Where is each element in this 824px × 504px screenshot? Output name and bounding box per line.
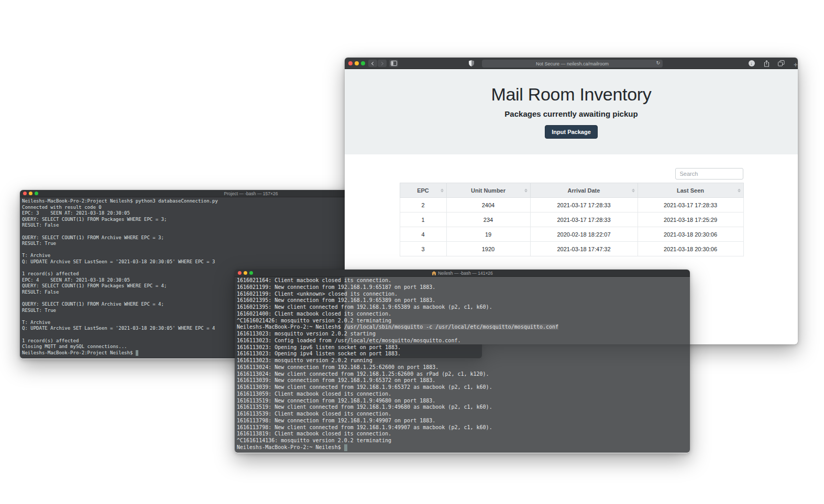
table-header-label: Unit Number	[471, 187, 506, 194]
shield-icon	[469, 60, 474, 66]
table-body: 2 2404 2021-03-17 17:28:33 2021-03-17 17…	[400, 198, 743, 256]
window-controls	[238, 271, 253, 275]
sort-arrows-icon	[524, 188, 528, 192]
terminal-line: 1616021395: New client connected from 19…	[237, 304, 690, 311]
terminal-cursor	[136, 350, 139, 356]
table-header[interactable]: Arrival Date	[530, 183, 638, 198]
share-button[interactable]	[762, 60, 771, 67]
new-tab-icon[interactable]: +	[794, 61, 798, 69]
table-header-label: Last Seen	[677, 187, 704, 194]
cell-epc: 1	[400, 212, 446, 227]
back-icon	[371, 61, 375, 65]
close-button[interactable]	[23, 192, 27, 195]
table-row: 3 1920 2021-03-18 17:47:32 2021-03-18 20…	[400, 242, 743, 256]
tab-overview-icon	[778, 60, 785, 66]
sort-arrows-icon	[632, 188, 635, 192]
terminal-line: 1616021400: Client macbook closed its co…	[237, 311, 690, 318]
sidebar-icon	[391, 61, 397, 66]
safari-toolbar[interactable]: Not Secure — neilesh.ca/mailroom ↻ ↓ +	[345, 58, 798, 69]
sidebar-button[interactable]	[389, 60, 398, 67]
input-package-button[interactable]: Input Package	[545, 125, 598, 139]
zoom-button[interactable]	[249, 271, 253, 275]
window-controls	[23, 192, 38, 195]
page-title: Mail Room Inventory	[345, 84, 798, 105]
sort-arrows-icon	[441, 188, 444, 192]
cell-arrival-date: 2020-02-18 18:22:07	[530, 227, 638, 242]
terminal2-title: Neilesh — -bash — 141×26	[235, 271, 690, 276]
table-row: 4 19 2020-02-18 18:22:07 2021-03-18 20:3…	[400, 227, 743, 242]
window-controls	[348, 61, 365, 65]
table-row: 2 2404 2021-03-17 17:28:33 2021-03-17 17…	[400, 198, 743, 212]
terminal-line: 1616021199: Client <unknown> closed its …	[237, 291, 690, 298]
terminal-line: 1616113519: New client connected from 19…	[237, 404, 690, 411]
reload-icon[interactable]: ↻	[656, 60, 660, 65]
cell-arrival-date: 2021-03-17 17:28:33	[530, 198, 638, 212]
cell-last-seen: 2021-03-18 20:30:06	[638, 242, 743, 256]
cell-last-seen: 2021-03-18 20:30:06	[638, 227, 743, 242]
terminal-line: 1616113023: Config loaded from /usr/loca…	[237, 338, 690, 344]
close-button[interactable]	[348, 61, 353, 65]
table-header[interactable]: Last Seen	[638, 183, 743, 198]
cell-last-seen: 2021-03-17 17:28:33	[638, 198, 743, 212]
selected-text: /usr/local/sbin/mosquitto -c /usr/local/…	[344, 324, 558, 330]
terminal-line: ^C1616021426: mosquitto version 2.0.2 te…	[237, 318, 690, 324]
table-header[interactable]: EPC	[400, 183, 446, 198]
packages-table: EPC Unit Number Arrival Date	[400, 183, 744, 256]
terminal2-output[interactable]: 1616021164: Client macbook closed its co…	[235, 277, 690, 453]
terminal-line: 1616113023: mosquitto version 2.0.2 runn…	[237, 357, 690, 364]
tab-overview-button[interactable]	[777, 60, 786, 67]
cell-unit-number: 234	[446, 212, 530, 227]
page-subtitle: Packages currently awaiting pickup	[345, 109, 798, 118]
terminal-line: 1616113039: New client connected from 19…	[237, 384, 690, 391]
terminal-line: 1616113023: Opening ipv6 listen socket o…	[237, 344, 690, 351]
search-input[interactable]	[675, 168, 743, 180]
terminal-line: 1616113023: Opening ipv4 listen socket o…	[237, 351, 690, 357]
url-text: Not Secure — neilesh.ca/mailroom	[536, 61, 609, 66]
cell-last-seen: 2021-03-18 17:25:29	[638, 212, 743, 227]
cell-unit-number: 1920	[446, 242, 530, 256]
table-row: 1 234 2021-03-17 17:28:33 2021-03-18 17:…	[400, 212, 743, 227]
cell-epc: 2	[400, 198, 446, 212]
cell-epc: 4	[400, 227, 446, 242]
cell-arrival-date: 2021-03-17 17:28:33	[530, 212, 638, 227]
terminal-line: 1616113539: Client macbook closed its co…	[237, 411, 690, 418]
downloads-button[interactable]: ↓	[747, 60, 756, 67]
terminal-line: 1616021395: New connection from 192.168.…	[237, 297, 690, 304]
zoom-button[interactable]	[35, 192, 38, 195]
terminal-line: Neileshs-MacBook-Pro-2:~ Neilesh$	[237, 444, 690, 451]
page-header: Mail Room Inventory Packages currently a…	[345, 69, 798, 154]
terminal-line: 1616113024: New client connected from 19…	[237, 371, 690, 378]
table-header-label: EPC	[417, 187, 429, 194]
minimize-button[interactable]	[355, 61, 359, 65]
share-icon	[764, 60, 770, 67]
address-bar[interactable]: Not Secure — neilesh.ca/mailroom ↻	[482, 60, 663, 68]
download-icon: ↓	[749, 60, 755, 66]
inventory-section: EPC Unit Number Arrival Date	[400, 168, 743, 256]
forward-button[interactable]	[378, 60, 387, 67]
desktop: Project — -bash — 157×26 Neileshs-MacBoo…	[0, 0, 824, 504]
back-button[interactable]	[368, 60, 377, 67]
minimize-button[interactable]	[244, 271, 247, 275]
terminal-line: 1616113023: mosquitto version 2.0.2 star…	[237, 331, 690, 338]
minimize-button[interactable]	[29, 192, 32, 195]
table-header[interactable]: Unit Number	[446, 183, 530, 198]
privacy-shield-button[interactable]	[467, 60, 476, 67]
cell-arrival-date: 2021-03-18 17:47:32	[530, 242, 638, 256]
terminal-line: 1616113024: New connection from 192.168.…	[237, 364, 690, 371]
terminal-line: 1616113798: New client connected from 19…	[237, 424, 690, 431]
terminal-line: ^C1616114136: mosquitto version 2.0.2 te…	[237, 438, 690, 444]
home-icon	[432, 271, 436, 275]
forward-icon	[380, 61, 383, 65]
terminal-line: 1616113519: New connection from 192.168.…	[237, 398, 690, 405]
terminal2-titlebar[interactable]: Neilesh — -bash — 141×26	[235, 270, 690, 277]
close-button[interactable]	[238, 271, 241, 275]
terminal-line: 1616021164: Client macbook closed its co…	[237, 277, 690, 284]
cell-unit-number: 19	[446, 227, 530, 242]
terminal-line: 1616113819: Client macbook closed its co…	[237, 431, 690, 438]
cell-epc: 3	[400, 242, 446, 256]
sort-arrows-icon	[738, 188, 741, 192]
terminal-cursor	[344, 444, 347, 451]
terminal-line: Neileshs-MacBook-Pro-2:~ Neilesh$ /usr/l…	[237, 324, 690, 331]
terminal-line: 1616113798: New connection from 192.168.…	[237, 418, 690, 424]
zoom-button[interactable]	[361, 61, 365, 65]
